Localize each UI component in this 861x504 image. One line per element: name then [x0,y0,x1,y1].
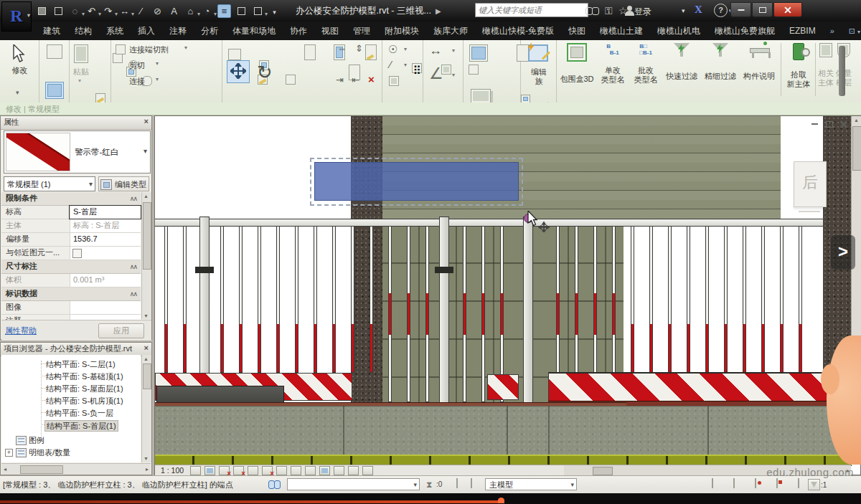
tree-item-plan[interactable]: 结构平面: S-基础顶(1) [46,371,123,381]
properties-help-link[interactable]: 属性帮助 [5,325,37,336]
properties-header[interactable]: 属性× [1,116,151,130]
detail-level-icon[interactable] [190,466,201,475]
properties-close-icon[interactable]: × [144,117,149,125]
rename-batch-button[interactable]: B□□B-1批改类型名 [630,43,662,85]
video-progress-bar[interactable] [0,493,861,504]
tab-glsm-kuaimo[interactable]: 橄榄山快模-免费版 [475,22,561,40]
rendering-dialog-icon[interactable] [248,466,258,475]
barrier-post-major[interactable] [439,217,449,403]
ribbon-state-toggle-icon[interactable]: ⊡ ▾ [842,24,861,39]
login-dropdown-icon[interactable]: ▾ [682,4,685,17]
row-level[interactable]: 标高S-首层 [1,206,141,219]
rotate-icon[interactable]: ↻ [257,62,273,84]
select-by-face-icon[interactable] [798,478,799,488]
trim-extend-icon[interactable]: ⇥ [336,75,344,85]
shadows-icon[interactable] [233,466,244,475]
move-icon[interactable] [227,60,250,83]
barrier-post[interactable] [799,226,802,373]
barrier-post[interactable] [463,226,466,402]
subscription-icon[interactable]: ⚿ [605,4,613,17]
reveal-hidden-icon[interactable] [319,466,330,475]
measure-line-icon[interactable]: ↔ [429,43,442,58]
status-search-icon[interactable] [268,480,283,490]
properties-palette-icon[interactable] [47,44,62,59]
mirror-draw-icon[interactable] [365,44,377,60]
paste-icon[interactable] [74,44,88,63]
measure-dropdown-icon[interactable]: ▾ [452,47,455,54]
open-icon[interactable] [36,5,48,17]
design-options-select[interactable]: 主模型▾ [485,478,577,490]
pick-new-host-button[interactable]: 拾取新主体 [784,43,814,89]
barrier-post[interactable] [481,226,485,402]
modify-button[interactable]: 修改 [0,66,39,75]
restore-button[interactable] [752,2,773,17]
switch-windows-icon[interactable]: ▾ [252,5,264,17]
tab-collaborate[interactable]: 协作 [283,22,314,40]
tab-manage[interactable]: 管理 [346,22,377,40]
3d-view-icon[interactable]: ⌂▾ [184,5,197,17]
barrier-post[interactable] [724,226,728,373]
displacement-icon[interactable] [362,466,373,475]
tab-annotate[interactable]: 注释 [162,22,194,40]
section-constraints[interactable]: 限制条件∧∧ [1,192,141,206]
offset-icon[interactable]: ⇔ [337,43,347,54]
override-graphics-icon[interactable]: ⁄ [390,59,391,70]
search-icon[interactable] [585,4,600,17]
barrier-post[interactable] [407,226,410,402]
fine-filter-button[interactable]: 精细过滤 [702,43,739,81]
tab-ezbim[interactable]: EZBIM [782,23,823,39]
schedules-expand-icon[interactable]: + [5,449,13,457]
join-geometry-label[interactable]: 连接 [129,77,145,86]
select-links-icon[interactable] [733,478,735,488]
thin-lines-icon[interactable]: ≡ [217,4,231,18]
barrier-post[interactable] [743,226,746,373]
select-underlay-icon[interactable] [755,478,756,488]
save-icon[interactable] [52,5,65,17]
join-end-cut-icon[interactable] [116,44,126,54]
row-moves-with-nearby[interactable]: 与邻近图元一... [1,247,141,260]
help-icon[interactable]: ? [714,4,728,17]
barrier-post[interactable] [314,226,317,373]
barrier-post-major[interactable] [523,217,533,403]
rename-one-button[interactable]: B B-1单改类型名 [597,43,629,85]
tab-glsm-jidian[interactable]: 橄榄山机电 [650,22,707,40]
family-category-icon[interactable] [45,82,64,99]
login-link[interactable]: 登录 [634,6,651,18]
tab-overflow-icon[interactable]: » [823,24,842,38]
browser-vscrollbar[interactable]: ▲▼ [141,355,151,462]
angle-dropdown-icon[interactable]: ▾ [452,72,455,78]
join-dropdown-icon[interactable]: ▾ [156,76,159,82]
video-playhead[interactable] [498,498,504,503]
cut-dropdown-icon[interactable]: ▾ [156,60,159,67]
tab-family-master[interactable]: 族库大师 [426,22,475,40]
unpin-icon[interactable]: ⇤ [352,75,359,85]
select-panel-dropdown-icon[interactable]: ▾ [16,89,19,96]
tab-glsm-tujian[interactable]: 橄榄山土建 [593,22,650,40]
temporary-properties-icon[interactable] [334,466,344,475]
tab-view[interactable]: 视图 [314,22,346,40]
undo-icon[interactable]: ↶▾ [85,5,98,17]
edit-family-label[interactable]: 编辑族 [521,67,557,86]
view-close-icon[interactable] [839,120,849,128]
tree-item-plan[interactable]: 结构平面: S-负一层 [46,408,113,418]
component-note-button[interactable]: 构件说明 [740,43,778,81]
tab-structure[interactable]: 结构 [67,22,99,40]
section-identity[interactable]: 标识数据∧∧ [1,287,141,301]
title-expand-icon[interactable]: ▶ [436,7,441,15]
gray-inactive-icon[interactable] [471,478,472,488]
barrier-post[interactable] [388,226,392,402]
tab-massing-site[interactable]: 体量和场地 [225,22,283,40]
join-end-cut-label[interactable]: 连接端切割 [129,45,169,54]
tab-insert[interactable]: 插入 [131,22,162,40]
project-browser-close-icon[interactable]: × [144,343,149,352]
constraints-icon[interactable] [348,466,359,475]
quick-filter-button[interactable]: 快速过滤 [663,43,700,81]
angle-dimension-icon[interactable]: ∠ [429,65,443,83]
barrier-post[interactable] [668,226,672,373]
barrier-post[interactable] [332,226,336,373]
measure-icon[interactable]: ↔▾ [118,5,131,17]
tree-item-plan[interactable]: 结构平面: S-二层(1) [46,359,116,369]
redo-icon[interactable]: ↷▾ [102,5,114,17]
barrier-post[interactable] [425,226,429,402]
sync-icon[interactable]: ◌▾ [69,5,81,17]
